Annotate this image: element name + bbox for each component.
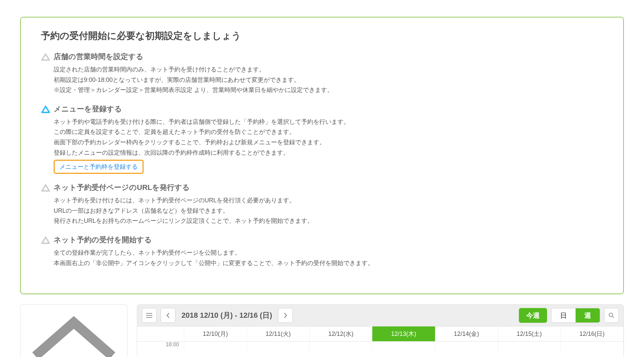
schedule-day-header[interactable]: 12/10(月) [184,326,247,341]
menu-button[interactable] [142,308,157,323]
step-heading: 店舗の営業時間を設定する [54,52,603,62]
mini-calendar[interactable]: 月火水木金土日 10111213141516171819202122232425… [20,304,127,357]
date-range-label: 2018 12/10 (月) - 12/16 (日) [181,310,272,320]
prev-week-button[interactable] [161,308,175,323]
schedule-header-row: 12/10(月)12/11(火)12/12(水)12/13(木)12/14(金)… [137,326,624,342]
schedule-toolbar: 2018 12/10 (月) - 12/16 (日) 今週 日 週 [137,305,624,326]
schedule-day-header[interactable]: 12/13(木) [372,326,435,341]
schedule-day-header[interactable]: 12/15(土) [498,326,561,341]
highlight-box: メニューと予約枠を登録する [54,160,144,174]
step-description: ネット予約を受け付けるには、ネット予約受付ページのURLを発行頂く必要があります… [54,195,603,226]
search-button[interactable] [604,308,619,323]
step-description: 設定された店舗の営業時間内のみ、ネット予約を受け付けることができます。初期設定は… [54,64,603,95]
triangle-active-icon [41,105,50,113]
schedule-day-header[interactable]: 12/11(火) [247,326,310,341]
setup-step: 店舗の営業時間を設定する設定された店舗の営業時間内のみ、ネット予約を受け付けるこ… [41,52,603,95]
time-label: 18:00 [137,342,184,350]
step-heading: ネット予約の受付を開始する [54,235,603,245]
view-day-button[interactable]: 日 [551,308,576,322]
mini-cal-prev[interactable] [26,308,122,357]
setup-step: ネット予約の受付を開始する全ての登録作業が完了したら、ネット予約受付ページを公開… [41,235,603,268]
svg-point-0 [609,313,613,317]
register-menu-link[interactable]: メニューと予約枠を登録する [59,163,138,170]
triangle-icon [41,53,50,61]
step-description: ネット予約や電話予約を受け付ける際に、予約者は店舗側で登録した「予約枠」を選択し… [54,117,603,158]
step-heading: ネット予約受付ページのURLを発行する [54,183,603,193]
triangle-icon [41,184,50,192]
step-heading: メニューを登録する [54,104,603,114]
triangle-icon [41,236,50,244]
schedule-day-header[interactable]: 12/14(金) [435,326,498,341]
schedule-day-header[interactable]: 12/12(水) [310,326,372,341]
view-week-button[interactable]: 週 [576,308,600,322]
setup-step: ネット予約受付ページのURLを発行するネット予約を受け付けるには、ネット予約受付… [41,183,603,226]
setup-title: 予約の受付開始に必要な初期設定をしましょう [41,30,603,42]
schedule-body[interactable]: 18:00 [137,342,624,350]
step-description: 全ての登録作業が完了したら、ネット予約受付ページを公開します。本画面右上の「非公… [54,248,603,268]
next-week-button[interactable] [278,308,293,323]
schedule-day-header[interactable]: 12/16(日) [561,326,624,341]
this-week-button[interactable]: 今週 [519,308,547,323]
view-toggle: 日 週 [551,308,600,323]
schedule-panel: 2018 12/10 (月) - 12/16 (日) 今週 日 週 12/10(… [137,304,624,357]
setup-step: メニューを登録するネット予約や電話予約を受け付ける際に、予約者は店舗側で登録した… [41,104,603,174]
setup-panel: 予約の受付開始に必要な初期設定をしましょう 店舗の営業時間を設定する設定された店… [20,17,624,294]
